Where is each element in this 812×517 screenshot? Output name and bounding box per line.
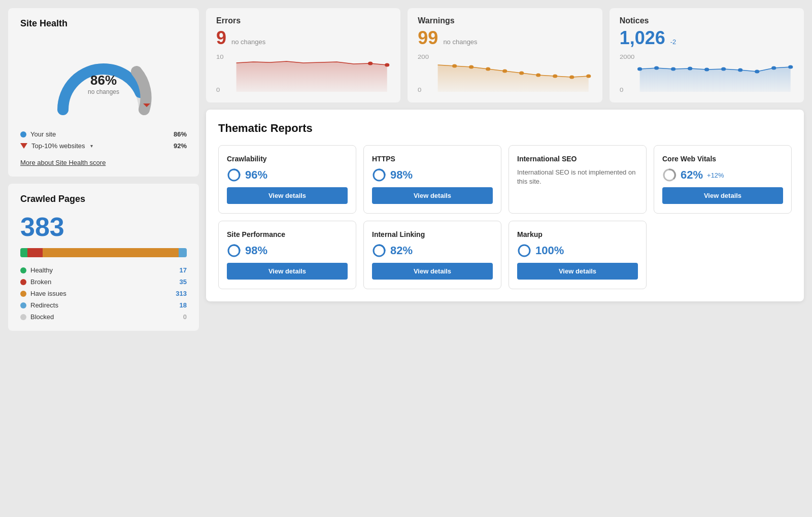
- your-site-legend: Your site 86%: [20, 130, 187, 138]
- empty-cell: [654, 221, 792, 289]
- site-perf-view-details-button[interactable]: View details: [227, 263, 348, 280]
- redirects-dot: [20, 302, 26, 308]
- blocked-dot: [20, 314, 26, 320]
- legend-blocked: Blocked 0: [20, 313, 187, 321]
- errors-value-row: 9 no changes: [216, 27, 390, 49]
- notices-chart-svg: 2000 0: [620, 54, 794, 94]
- blocked-label: Blocked: [30, 313, 54, 321]
- https-score: 98%: [390, 168, 413, 182]
- your-site-value: 86%: [174, 130, 187, 138]
- site-perf-score-row: 98%: [227, 244, 348, 258]
- crawled-pages-card: Crawled Pages 383 Healthy 17: [8, 184, 199, 331]
- legend-healthy: Healthy 17: [20, 266, 187, 274]
- warnings-chart-svg: 200 0: [418, 54, 592, 94]
- errors-card: Errors 9 no changes 10 0: [206, 8, 400, 102]
- healthy-count: 17: [180, 266, 187, 274]
- healthy-label: Healthy: [30, 266, 53, 274]
- your-site-dot: [20, 131, 26, 137]
- pages-legend: Healthy 17 Broken 35 Have issues: [20, 266, 187, 321]
- issues-segment: [43, 248, 179, 257]
- issues-count: 313: [176, 290, 187, 297]
- svg-text:2000: 2000: [620, 54, 635, 60]
- report-internal-linking: Internal Linking 82% View details: [363, 221, 501, 289]
- svg-point-33: [519, 245, 530, 256]
- report-crawlability: Crawlability 96% View details: [218, 145, 356, 214]
- errors-chart: 10 0: [216, 54, 390, 94]
- crawlability-view-details-button[interactable]: View details: [227, 187, 348, 204]
- chevron-down-icon: ▾: [90, 143, 93, 149]
- broken-label: Broken: [30, 278, 51, 286]
- crawled-pages-title: Crawled Pages: [20, 194, 187, 204]
- crawled-pages-total: 383: [20, 212, 187, 242]
- https-circle-icon: [372, 168, 386, 182]
- intl-seo-name: International SEO: [517, 155, 638, 163]
- int-link-score: 82%: [390, 244, 413, 257]
- errors-value: 9: [216, 27, 226, 49]
- warnings-card: Warnings 99 no changes 200 0: [408, 8, 602, 102]
- site-health-card: Site Health 86% no changes: [8, 8, 199, 177]
- site-perf-name: Site Performance: [227, 230, 348, 238]
- notices-card: Notices 1,026 -2 2000 0: [610, 8, 804, 102]
- svg-text:0: 0: [216, 87, 220, 93]
- markup-circle-icon: [517, 244, 531, 258]
- redirects-segment: [179, 248, 186, 257]
- gauge-percent: 86%: [88, 73, 119, 88]
- errors-change: no changes: [231, 38, 265, 46]
- cwv-score-row: 62% +12%: [662, 168, 783, 182]
- errors-label: Errors: [216, 16, 390, 25]
- intl-seo-note: International SEO is not implemented on …: [517, 168, 638, 186]
- warnings-chart: 200 0: [418, 54, 592, 94]
- int-link-score-row: 82%: [372, 244, 493, 258]
- healthy-dot: [20, 267, 26, 273]
- markup-score-row: 100%: [517, 244, 638, 258]
- report-international-seo: International SEO International SEO is n…: [509, 145, 647, 214]
- report-site-performance: Site Performance 98% View details: [218, 221, 356, 289]
- https-score-row: 98%: [372, 168, 493, 182]
- https-name: HTTPS: [372, 155, 493, 163]
- notices-value: 1,026: [620, 27, 665, 49]
- notices-chart: 2000 0: [620, 54, 794, 94]
- svg-text:10: 10: [216, 54, 224, 60]
- legend-redirects: Redirects 18: [20, 301, 187, 309]
- metrics-row: Errors 9 no changes 10 0: [206, 8, 804, 102]
- int-link-name: Internal Linking: [372, 230, 493, 238]
- crawlability-score: 96%: [245, 168, 267, 182]
- top10-triangle-icon: [20, 143, 27, 149]
- notices-value-row: 1,026 -2: [620, 27, 794, 49]
- svg-text:0: 0: [418, 87, 422, 93]
- https-view-details-button[interactable]: View details: [372, 187, 493, 204]
- gauge-subtitle: no changes: [88, 88, 119, 95]
- int-link-view-details-button[interactable]: View details: [372, 263, 493, 280]
- thematic-reports-title: Thematic Reports: [218, 122, 792, 135]
- reports-row1: Crawlability 96% View details HTTPS: [218, 145, 792, 214]
- crawlability-name: Crawlability: [227, 155, 348, 163]
- notices-change: -2: [670, 38, 676, 46]
- markup-view-details-button[interactable]: View details: [517, 263, 638, 280]
- int-link-circle-icon: [372, 244, 386, 258]
- cwv-name: Core Web Vitals: [662, 155, 783, 163]
- warnings-label: Warnings: [418, 16, 592, 25]
- top10-value: 92%: [174, 142, 187, 150]
- report-core-web-vitals: Core Web Vitals 62% +12% View details: [654, 145, 792, 214]
- site-health-title: Site Health: [20, 18, 187, 29]
- redirects-label: Redirects: [30, 301, 58, 309]
- issues-dot: [20, 291, 26, 297]
- cwv-view-details-button[interactable]: View details: [662, 187, 783, 204]
- crawlability-score-row: 96%: [227, 168, 348, 182]
- svg-text:0: 0: [620, 87, 624, 93]
- warnings-value-row: 99 no changes: [418, 27, 592, 49]
- gauge-center: 86% no changes: [88, 73, 119, 95]
- crawlability-circle-icon: [227, 168, 241, 182]
- warnings-value: 99: [418, 27, 438, 49]
- gauge-container: 86% no changes: [20, 36, 187, 122]
- errors-chart-svg: 10 0: [216, 54, 390, 94]
- more-about-score-link[interactable]: More about Site Health score: [20, 159, 106, 166]
- top10-legend[interactable]: Top-10% websites ▾ 92%: [20, 142, 187, 150]
- legend-broken: Broken 35: [20, 278, 187, 286]
- top10-label: Top-10% websites: [31, 142, 85, 150]
- warnings-change: no changes: [443, 38, 477, 46]
- redirects-count: 18: [180, 301, 187, 309]
- thematic-reports-card: Thematic Reports Crawlability 96% View d…: [206, 110, 804, 301]
- pages-progress-bar: [20, 248, 187, 257]
- cwv-score: 62%: [681, 168, 703, 182]
